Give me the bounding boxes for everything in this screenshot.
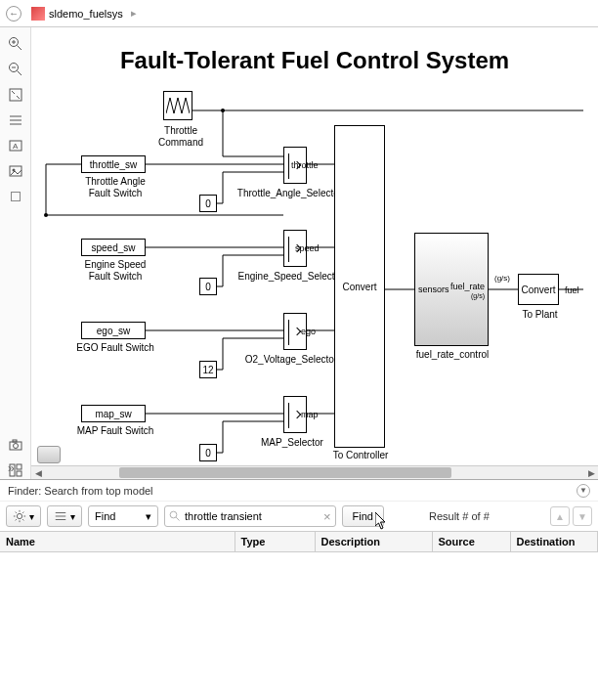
svg-point-24 xyxy=(44,213,48,217)
result-count: Result # of # xyxy=(429,510,490,522)
finder-toolbar: ▾ ▾ Find ▾ × Find Result # of # ▲ ▼ xyxy=(0,502,598,531)
breadcrumb-model-label: sldemo_fuelsys xyxy=(49,8,123,20)
signal-gs: (g/s) xyxy=(494,274,510,283)
to-controller-label: To Controller xyxy=(328,450,393,461)
col-destination[interactable]: Destination xyxy=(510,532,598,552)
port-fuel: fuel xyxy=(565,285,579,295)
to-plant-text: Convert xyxy=(521,284,555,295)
to-plant-block[interactable]: Convert xyxy=(518,274,559,305)
port-fuel-rate-unit: (g/s) xyxy=(471,292,485,299)
find-type-dropdown[interactable]: Find ▾ xyxy=(88,505,158,527)
port-speed: speed xyxy=(295,243,320,253)
svg-line-36 xyxy=(176,517,179,520)
breadcrumb-model[interactable]: sldemo_fuelsys ▸ xyxy=(31,7,137,21)
svg-line-8 xyxy=(12,91,15,94)
svg-line-5 xyxy=(17,71,21,76)
const-map-block[interactable]: 0 xyxy=(199,444,217,461)
to-controller-block[interactable]: Convert xyxy=(334,125,385,448)
svg-point-18 xyxy=(13,444,18,449)
chevron-down-icon: ▾ xyxy=(70,511,75,522)
search-input[interactable] xyxy=(185,510,320,522)
next-result-button[interactable]: ▼ xyxy=(573,506,592,526)
svg-line-9 xyxy=(17,96,20,99)
camera-icon[interactable] xyxy=(7,436,24,454)
ego-selector-label: O2_Voltage_Selector xyxy=(233,354,350,366)
port-ego: ego xyxy=(301,327,316,336)
search-field[interactable]: × xyxy=(164,505,336,527)
zoom-out-icon[interactable] xyxy=(7,61,24,78)
map-switch-block[interactable]: map_sw xyxy=(81,405,146,422)
to-controller-text: Convert xyxy=(342,282,376,292)
scroll-right-icon[interactable]: ▶ xyxy=(584,466,598,479)
col-type[interactable]: Type xyxy=(235,532,315,552)
svg-point-31 xyxy=(17,513,21,518)
gear-icon xyxy=(13,509,26,523)
throttle-command-block[interactable] xyxy=(163,91,192,120)
to-plant-label: To Plant xyxy=(518,309,562,321)
svg-rect-22 xyxy=(17,471,21,476)
chevron-down-icon: ▾ xyxy=(29,511,34,522)
collapse-icon[interactable]: ▼ xyxy=(577,484,590,498)
speed-switch-block[interactable]: speed_sw xyxy=(81,239,146,256)
canvas-h-scrollbar[interactable]: ◀ ▶ xyxy=(31,465,598,479)
diagram-title: Fault-Tolerant Fuel Control System xyxy=(31,47,598,74)
finder-results-table: Name Type Description Source Destination xyxy=(0,531,598,552)
left-toolbar: A xyxy=(0,27,31,479)
ego-switch-text: ego_sw xyxy=(97,326,130,336)
throttle-switch-label: Throttle Angle Fault Switch xyxy=(73,176,157,199)
map-switch-text: map_sw xyxy=(95,409,131,419)
const-ego-block[interactable]: 12 xyxy=(199,361,217,378)
back-button[interactable]: ← xyxy=(6,6,21,22)
col-source[interactable]: Source xyxy=(432,532,510,552)
svg-rect-7 xyxy=(10,89,21,101)
breadcrumb: ← sldemo_fuelsys ▸ xyxy=(0,0,598,27)
model-file-icon[interactable] xyxy=(37,446,61,463)
fit-to-view-icon[interactable] xyxy=(7,86,24,104)
port-throttle: throttle xyxy=(291,160,319,170)
toggle-toolbar-icon[interactable]: » xyxy=(8,461,15,475)
list-icon xyxy=(54,509,67,523)
toggle-sample-time-icon[interactable] xyxy=(7,111,24,129)
annotate-icon[interactable]: A xyxy=(7,137,24,154)
chevron-right-icon: ▸ xyxy=(131,7,137,20)
diagram-canvas[interactable]: Fault-Tolerant Fuel Control System T xyxy=(31,27,598,479)
view-dropdown[interactable]: ▾ xyxy=(47,505,82,527)
scroll-thumb[interactable] xyxy=(119,467,451,478)
zoom-in-icon[interactable] xyxy=(7,35,24,53)
area-icon[interactable] xyxy=(7,188,24,205)
throttle-selector-label: Throttle_Angle_Selector xyxy=(229,188,351,199)
const-speed-block[interactable]: 0 xyxy=(199,278,217,295)
svg-point-35 xyxy=(170,511,177,518)
svg-text:A: A xyxy=(13,142,19,151)
throttle-command-label: Throttle Command xyxy=(147,125,215,149)
ego-switch-block[interactable]: ego_sw xyxy=(81,322,146,339)
port-sensors: sensors xyxy=(418,284,449,294)
speed-switch-text: speed_sw xyxy=(91,242,135,253)
finder-title: Finder: Search from top model xyxy=(8,485,153,497)
finder-panel: Finder: Search from top model ▼ ▾ ▾ Find… xyxy=(0,479,598,700)
const-throttle-block[interactable]: 0 xyxy=(199,195,217,212)
throttle-switch-text: throttle_sw xyxy=(90,159,137,170)
port-fuel-rate: fuel_rate xyxy=(450,283,485,291)
svg-rect-19 xyxy=(13,440,17,442)
map-selector-label: MAP_Selector xyxy=(248,437,336,449)
find-type-label: Find xyxy=(95,510,115,522)
chevron-down-icon: ▾ xyxy=(146,510,151,523)
settings-dropdown[interactable]: ▾ xyxy=(6,505,41,527)
svg-point-23 xyxy=(221,109,225,112)
svg-line-1 xyxy=(17,46,21,51)
finder-header: Finder: Search from top model ▼ xyxy=(0,480,598,502)
fuel-rate-control-label: fuel_rate_control xyxy=(410,349,494,361)
scroll-left-icon[interactable]: ◀ xyxy=(31,466,45,479)
clear-icon[interactable]: × xyxy=(323,509,331,524)
prev-result-button[interactable]: ▲ xyxy=(550,506,570,526)
throttle-switch-block[interactable]: throttle_sw xyxy=(81,155,146,173)
find-button[interactable]: Find xyxy=(342,505,384,527)
port-map: map xyxy=(301,410,319,419)
col-description[interactable]: Description xyxy=(315,532,432,552)
speed-switch-label: Engine Speed Fault Switch xyxy=(73,259,157,283)
image-icon[interactable] xyxy=(7,162,24,180)
col-name[interactable]: Name xyxy=(0,532,235,552)
fuel-rate-control-block[interactable]: sensors fuel_rate (g/s) xyxy=(414,233,489,346)
map-switch-label: MAP Fault Switch xyxy=(70,425,160,437)
